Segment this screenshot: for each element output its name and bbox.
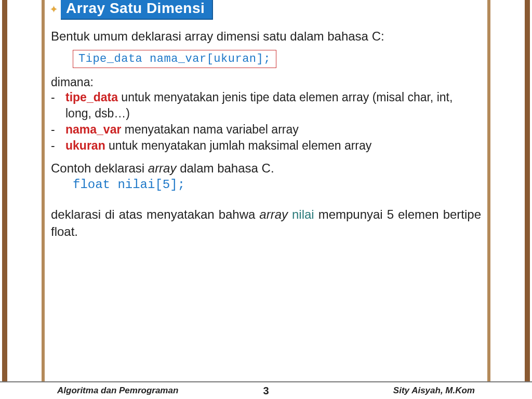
list-item-text: nama_var menyatakan nama variabel array xyxy=(65,122,481,138)
footer-right: Sity Aisyah, M.Kom xyxy=(393,385,475,396)
keyword: ukuran xyxy=(65,139,105,152)
list-item-text: ukuran untuk menyatakan jumlah maksimal … xyxy=(65,138,481,154)
list-item: - nama_var menyatakan nama variabel arra… xyxy=(51,122,481,138)
list-item-rest: untuk menyatakan jumlah maksimal elemen … xyxy=(105,139,372,152)
where-label: dimana: xyxy=(51,75,481,89)
slide-content: ✦ Array Satu Dimensi Bentuk umum deklara… xyxy=(51,0,481,378)
explain-pre: deklarasi di atas menyatakan bahwa xyxy=(51,207,259,221)
bullet-dash: - xyxy=(51,138,65,154)
page-number: 3 xyxy=(263,385,269,397)
footer: Algoritma dan Pemrograman 3 Sity Aisyah,… xyxy=(0,381,532,399)
explain-teal: nilai xyxy=(288,207,314,221)
definition-list: - tipe_data untuk menyatakan jenis tipe … xyxy=(51,89,481,154)
star-icon: ✦ xyxy=(50,4,58,15)
list-item: - ukuran untuk menyatakan jumlah maksima… xyxy=(51,138,481,154)
example-italic: array xyxy=(148,161,177,175)
example-code: float nilai[5]; xyxy=(73,178,481,192)
keyword: nama_var xyxy=(65,123,121,136)
border-outer-left xyxy=(2,0,7,399)
syntax-box: Tipe_data nama_var[ukuran]; xyxy=(73,50,276,68)
example-heading: Contoh deklarasi array dalam bahasa C. xyxy=(51,161,481,176)
border-outer-right xyxy=(525,0,530,399)
border-inner-left xyxy=(42,0,45,399)
border-inner-right xyxy=(487,0,490,399)
intro-text: Bentuk umum deklarasi array dimensi satu… xyxy=(51,29,481,44)
explain-italic: array xyxy=(259,207,288,221)
list-item: - tipe_data untuk menyatakan jenis tipe … xyxy=(51,89,481,122)
bullet-dash: - xyxy=(51,122,65,138)
list-item-rest: untuk menyatakan jenis tipe data elemen … xyxy=(65,90,453,120)
example-post: dalam bahasa C. xyxy=(176,161,274,175)
explanation-text: deklarasi di atas menyatakan bahwa array… xyxy=(51,206,481,240)
keyword: tipe_data xyxy=(65,90,118,104)
list-item-rest: menyatakan nama variabel array xyxy=(121,123,298,136)
bullet-dash: - xyxy=(51,89,65,122)
example-pre: Contoh deklarasi xyxy=(51,161,148,175)
footer-left: Algoritma dan Pemrograman xyxy=(57,385,178,396)
slide-title: Array Satu Dimensi xyxy=(61,0,213,20)
title-row: ✦ Array Satu Dimensi xyxy=(51,0,481,20)
list-item-text: tipe_data untuk menyatakan jenis tipe da… xyxy=(65,89,481,122)
